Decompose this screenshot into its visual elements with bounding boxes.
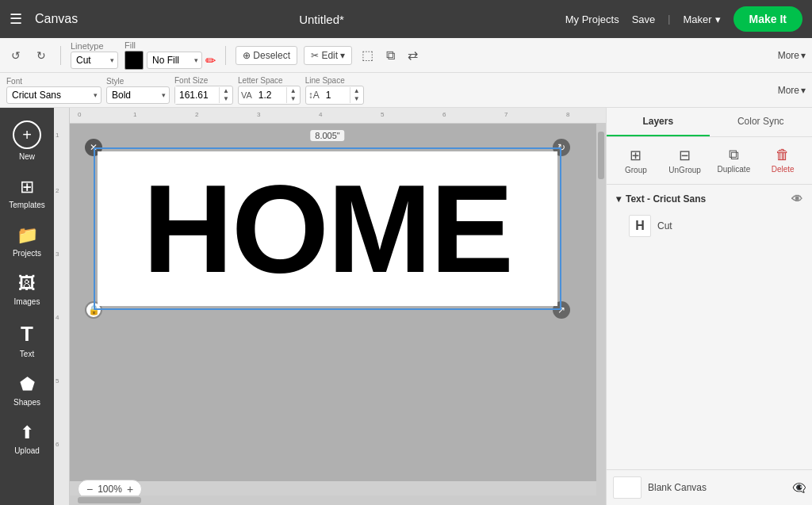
- scrollbar-thumb-v[interactable]: [598, 132, 604, 179]
- document-title: Untitled*: [90, 13, 552, 26]
- ruler-vertical: 1 2 3 4 5 6: [54, 108, 70, 505]
- ruler-mark-2: 2: [195, 111, 198, 118]
- ruler-mark-0: 0: [78, 111, 81, 118]
- arrange-button[interactable]: ⧉: [383, 45, 398, 66]
- sidebar-item-templates-label: Templates: [9, 201, 45, 209]
- upload-icon: ⬆: [20, 423, 34, 443]
- ruler-vmark-6: 6: [56, 441, 59, 448]
- redo-button[interactable]: ↻: [32, 46, 51, 65]
- sidebar-item-new[interactable]: + New: [3, 114, 51, 167]
- group-button[interactable]: ⊞ Group: [613, 143, 659, 178]
- separator: [60, 46, 61, 65]
- group-label: Group: [625, 166, 647, 174]
- color-swatch[interactable]: [124, 51, 144, 70]
- list-item[interactable]: H Cut: [610, 210, 809, 242]
- sidebar-item-images[interactable]: 🖼 Images: [3, 267, 51, 312]
- new-circle-icon: +: [13, 121, 41, 149]
- more-button-2[interactable]: More ▾: [778, 85, 806, 96]
- blank-canvas-hidden-icon[interactable]: 👁‍🗨: [792, 481, 806, 494]
- nav-divider: |: [668, 13, 670, 25]
- line-space-input[interactable]: [322, 86, 350, 104]
- more-label-2: More: [778, 85, 799, 96]
- zoom-in-button[interactable]: +: [127, 483, 133, 495]
- letter-space-stepper: ▲ ▼: [286, 87, 300, 103]
- machine-selector[interactable]: Maker ▾: [683, 13, 720, 25]
- scrollbar-vertical[interactable]: [596, 124, 606, 505]
- ruler-vmark-5: 5: [56, 377, 59, 384]
- font-size-down[interactable]: ▼: [220, 95, 232, 103]
- edit-button[interactable]: ✂ Edit ▾: [304, 46, 352, 65]
- tab-layers[interactable]: Layers: [607, 108, 710, 136]
- save-link[interactable]: Save: [632, 13, 656, 25]
- ungroup-button[interactable]: ⊟ UnGroup: [662, 143, 708, 178]
- sidebar-item-templates[interactable]: ⊞ Templates: [3, 170, 51, 216]
- sidebar-item-projects-label: Projects: [13, 249, 41, 258]
- scrollbar-thumb-h[interactable]: [78, 497, 141, 503]
- tab-color-sync[interactable]: Color Sync: [710, 108, 813, 136]
- scrollbar-horizontal[interactable]: [70, 495, 606, 505]
- sidebar-item-text[interactable]: T Text: [3, 316, 51, 365]
- sidebar-item-projects[interactable]: 📁 Projects: [3, 219, 51, 264]
- font-label: Font: [6, 77, 102, 86]
- undo-button[interactable]: ↺: [6, 46, 25, 65]
- font-size-input-wrap: ▲ ▼: [174, 86, 233, 105]
- machine-name: Maker: [683, 13, 711, 25]
- fill-group: Fill No Fill ▾ ✏: [124, 40, 216, 70]
- font-size-label: Font Size: [174, 76, 233, 85]
- line-space-input-wrap: ↕A ▲ ▼: [305, 86, 364, 105]
- canvas-area[interactable]: 0 1 2 3 4 5 6 7 8 1 2 3 4 5 6 8: [54, 108, 606, 505]
- sidebar-item-shapes[interactable]: ⬟ Shapes: [3, 368, 51, 413]
- layer-item-label: Cut: [657, 220, 672, 231]
- zoom-out-button[interactable]: −: [86, 483, 93, 495]
- delete-label: Delete: [772, 165, 795, 174]
- linetype-select[interactable]: Cut: [71, 52, 118, 69]
- hamburger-icon[interactable]: ☰: [10, 10, 22, 28]
- duplicate-button[interactable]: ⧉ Duplicate: [711, 143, 757, 178]
- layer-group-header[interactable]: ▾ Text - Cricut Sans 👁: [610, 188, 809, 210]
- style-select[interactable]: Bold: [106, 86, 170, 104]
- font-size-input[interactable]: [175, 86, 219, 104]
- letter-space-down[interactable]: ▼: [287, 95, 300, 103]
- more-chevron-icon: ▾: [801, 50, 806, 61]
- align-button[interactable]: ⬚: [358, 44, 377, 66]
- make-it-button[interactable]: Make It: [733, 6, 802, 32]
- line-space-stepper: ▲ ▼: [350, 87, 363, 103]
- delete-button[interactable]: 🗑 Delete: [760, 143, 806, 178]
- style-select-container: Bold ▾: [106, 86, 170, 104]
- line-space-up[interactable]: ▲: [350, 87, 363, 95]
- ruler-mark-5: 5: [381, 111, 384, 118]
- style-label: Style: [106, 77, 170, 86]
- sidebar-item-upload[interactable]: ⬆ Upload: [3, 416, 51, 461]
- canvas-background: 8.005" ✕ ↻ 🔒 ↗ HOME: [70, 124, 606, 481]
- ungroup-icon: ⊟: [679, 147, 691, 164]
- more-chevron-icon-2: ▾: [801, 85, 806, 96]
- flip-button[interactable]: ⇄: [404, 44, 421, 66]
- more-button[interactable]: More ▾: [778, 50, 806, 61]
- canvas-content: 8.005" ✕ ↻ 🔒 ↗ HOME: [94, 147, 561, 310]
- linetype-select-container: Cut ▾: [71, 52, 118, 69]
- font-group: Font Cricut Sans ▾: [6, 77, 102, 104]
- ruler-mark-6: 6: [442, 111, 446, 118]
- letter-space-icon: VA: [239, 90, 255, 100]
- letter-space-input[interactable]: [255, 86, 286, 104]
- main-layout: + New ⊞ Templates 📁 Projects 🖼 Images T …: [0, 108, 812, 505]
- deselect-button[interactable]: ⊕ Deselect: [236, 46, 297, 65]
- line-space-down[interactable]: ▼: [350, 95, 363, 103]
- templates-icon: ⊞: [20, 177, 34, 197]
- layer-group-visibility-icon[interactable]: 👁: [791, 193, 802, 205]
- fill-select[interactable]: No Fill: [147, 52, 202, 69]
- shapes-icon: ⬟: [20, 374, 35, 395]
- text-icon: T: [21, 322, 33, 346]
- blank-canvas-label: Blank Canvas: [648, 482, 786, 493]
- edit-chevron-icon: ▾: [340, 50, 345, 61]
- text-element[interactable]: HOME: [98, 151, 557, 306]
- blank-canvas-thumbnail: [613, 476, 642, 499]
- ruler-mark-8: 8: [566, 111, 569, 118]
- edit-color-icon[interactable]: ✏: [205, 53, 216, 68]
- edit-icon: ✂: [311, 50, 319, 61]
- toolbar-row2: Font Cricut Sans ▾ Style Bold ▾ Font Siz…: [0, 73, 812, 108]
- font-select[interactable]: Cricut Sans: [6, 86, 102, 104]
- my-projects-link[interactable]: My Projects: [565, 13, 619, 25]
- letter-space-up[interactable]: ▲: [287, 87, 300, 95]
- font-size-up[interactable]: ▲: [220, 87, 232, 95]
